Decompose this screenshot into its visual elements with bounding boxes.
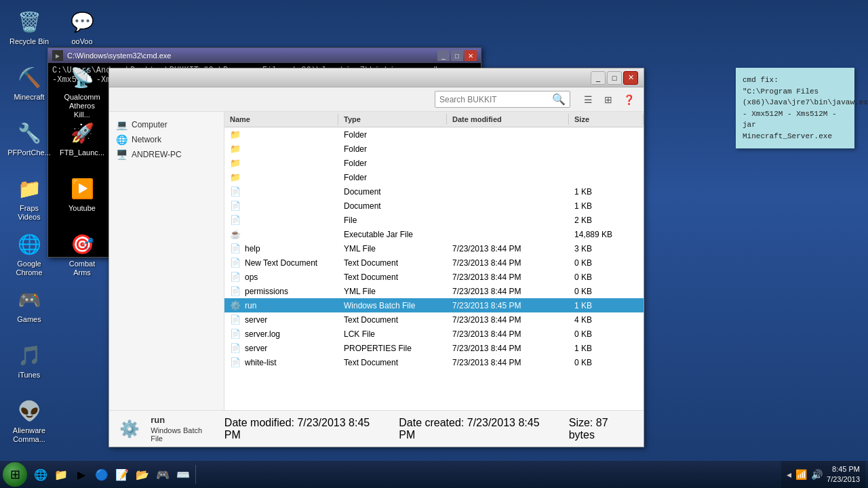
desktop-icon-youtube[interactable]: ▶️ Youtube: [58, 172, 106, 216]
file-row-permissions[interactable]: 📄permissions YML File 7/23/2013 8:44 PM …: [224, 284, 644, 298]
col-name: Name: [224, 114, 338, 125]
yml-icon: 📄: [230, 243, 241, 253]
folder-icon: 📁: [230, 158, 241, 168]
date-modified-label: Date modified:: [224, 417, 294, 428]
file-row[interactable]: 📁 Folder: [224, 156, 644, 170]
ql-word[interactable]: 📝: [113, 465, 132, 484]
file-row[interactable]: 📁 Folder: [224, 127, 644, 142]
search-box[interactable]: 🔍: [435, 91, 570, 108]
toolbar-preview-button[interactable]: ⊞: [599, 90, 618, 109]
desktop-icon-pfportche[interactable]: 🔧 PFPortChe...: [5, 117, 53, 160]
clock-date: 7/23/2013: [827, 474, 860, 485]
sticky-note-content: cmd fix: "C:\Program Files (x86)\Java\jr…: [743, 75, 848, 142]
toolbar-view-button[interactable]: ☰: [578, 90, 597, 109]
tray-arrow[interactable]: ◂: [787, 469, 791, 480]
icon-img-alienware-comms: 👽: [16, 397, 43, 424]
desktop-icon-itunes[interactable]: 🎵 iTunes: [5, 339, 53, 382]
explorer-window: _ □ ✕ 🔍 ☰ ⊞ ❓ 💻 Computer: [108, 68, 644, 447]
icon-img-oovoo: 💬: [68, 8, 96, 35]
file-list-header: Name Type Date modified Size: [224, 112, 644, 127]
desktop-icon-oovoo[interactable]: 💬 ooVoo: [58, 5, 106, 49]
desktop-icon-google-chrome[interactable]: 🌐 Google Chrome: [5, 228, 53, 280]
ql-game[interactable]: 🎮: [153, 465, 172, 484]
taskbar: ⊞ 🌐 📁 ▶ 🔵 📝 📂 🎮 ⌨️ ◂ 📶 🔊 8:45 PM 7/23/20…: [0, 461, 868, 488]
ql-cmd[interactable]: ⌨️: [174, 465, 193, 484]
icon-img-minecraft: ⛏️: [16, 64, 43, 91]
system-clock[interactable]: 8:45 PM 7/23/2013: [827, 464, 860, 485]
cmd-maximize-button[interactable]: □: [451, 50, 463, 61]
icon-img-combat-arms: 🎯: [68, 230, 96, 258]
cmd-close-button[interactable]: ✕: [465, 50, 477, 61]
clock-time: 8:45 PM: [827, 464, 860, 474]
system-tray: ◂ 📶 🔊 8:45 PM 7/23/2013: [781, 461, 865, 488]
ql-explorer[interactable]: 📁: [52, 465, 71, 484]
explorer-close-button[interactable]: ✕: [623, 71, 638, 85]
ql-wmp[interactable]: ▶: [72, 465, 91, 484]
tray-volume[interactable]: 🔊: [811, 469, 823, 480]
cmd-window-icon: ►: [52, 50, 63, 61]
icon-label-youtube: Youtube: [68, 204, 96, 213]
toolbar-icons: ☰ ⊞ ❓: [578, 90, 638, 109]
ql-folder[interactable]: 📂: [133, 465, 152, 484]
desktop-icon-recycle-bin[interactable]: 🗑️ Recycle Bin: [5, 5, 53, 49]
icon-label-combat-arms: Combat Arms: [61, 260, 103, 277]
file-row-help[interactable]: 📄help YML File 7/23/2013 8:44 PM 3 KB: [224, 241, 644, 256]
file-row[interactable]: ☕ Executable Jar File 14,889 KB: [224, 227, 644, 241]
sidebar-network-label: Network: [132, 135, 161, 144]
status-meta: Date modified: 7/23/2013 8:45 PM Date cr…: [224, 417, 635, 441]
search-input[interactable]: [439, 95, 552, 104]
desktop-icon-qualcomm[interactable]: 📡 Qualcomm Atheros Kill...: [58, 61, 106, 123]
icon-label-pfportche: PFPortChe...: [7, 148, 51, 157]
sidebar-item-computer[interactable]: 💻 Computer: [109, 117, 224, 132]
status-filename: run: [151, 415, 215, 425]
explorer-sidebar: 💻 Computer 🌐 Network 🖥️ ANDREW-PC: [109, 112, 224, 410]
cmd-minimize-button[interactable]: _: [437, 50, 450, 61]
file-row[interactable]: 📁 Folder: [224, 170, 644, 184]
file-row[interactable]: 📄 Document 1 KB: [224, 184, 644, 199]
explorer-titlebar: _ □ ✕: [109, 68, 644, 87]
sticky-note: cmd fix: "C:\Program Files (x86)\Java\jr…: [736, 68, 854, 148]
file-row-whitelist[interactable]: 📄white-list Text Document 7/23/2013 8:44…: [224, 355, 644, 369]
date-created-label: Date created:: [399, 417, 464, 428]
file-row-ops[interactable]: 📄ops Text Document 7/23/2013 8:44 PM 0 K…: [224, 270, 644, 284]
file-row[interactable]: 📄 File 2 KB: [224, 213, 644, 227]
file-row-server-txt[interactable]: 📄server Text Document 7/23/2013 8:44 PM …: [224, 312, 644, 327]
desktop-icon-minecraft[interactable]: ⛏️ Minecraft: [5, 61, 53, 104]
status-info: run Windows Batch File: [151, 415, 215, 443]
desktop-icon-alienware-comms[interactable]: 👽 Alienware Comma...: [5, 394, 53, 447]
file-row-newtextdoc[interactable]: 📄New Text Document Text Document 7/23/20…: [224, 256, 644, 270]
explorer-maximize-button[interactable]: □: [607, 71, 622, 85]
jar-icon: ☕: [230, 229, 241, 239]
icon-img-recycle-bin: 🗑️: [16, 8, 43, 35]
file-row-run[interactable]: ⚙️run Windows Batch File 7/23/2013 8:45 …: [224, 298, 644, 312]
desktop-icon-combat-arms[interactable]: 🎯 Combat Arms: [58, 228, 106, 280]
computer-icon: 💻: [116, 119, 127, 130]
status-date-modified: Date modified: 7/23/2013 8:45 PM: [224, 417, 385, 441]
sidebar-computer-label: Computer: [132, 120, 167, 129]
file-row-server-prop[interactable]: 📄server PROPERTIES File 7/23/2013 8:44 P…: [224, 341, 644, 355]
explorer-minimize-button[interactable]: _: [591, 71, 606, 85]
ql-chrome[interactable]: 🔵: [92, 465, 111, 484]
text-icon: 📄: [230, 272, 241, 282]
icon-label-games: Games: [17, 315, 41, 324]
icon-label-ftb-launch: FTB_Launc...: [60, 148, 104, 157]
desktop-icon-ftb-launch[interactable]: 🚀 FTB_Launc...: [58, 117, 106, 160]
sidebar-item-network[interactable]: 🌐 Network: [109, 132, 224, 147]
col-type: Type: [338, 114, 447, 125]
icon-label-recycle-bin: Recycle Bin: [9, 37, 49, 46]
doc-icon: 📄: [230, 186, 241, 197]
icon-img-fraps-videos: 📁: [16, 175, 43, 202]
toolbar-help-button[interactable]: ❓: [619, 90, 638, 109]
ql-ie[interactable]: 🌐: [31, 465, 50, 484]
start-button[interactable]: ⊞: [3, 462, 27, 487]
tray-network[interactable]: 📶: [795, 469, 807, 480]
sidebar-item-andrewpc[interactable]: 🖥️ ANDREW-PC: [109, 147, 224, 162]
desktop-icon-games[interactable]: 🎮 Games: [5, 283, 53, 327]
file-row[interactable]: 📁 Folder: [224, 142, 644, 156]
file-row[interactable]: 📄 Document 1 KB: [224, 199, 644, 213]
sidebar-andrewpc-label: ANDREW-PC: [132, 150, 182, 159]
cmd-titlebar: ► C:\Windows\system32\cmd.exe _ □ ✕: [48, 48, 481, 63]
folder-icon: 📁: [230, 144, 241, 154]
desktop-icon-fraps-videos[interactable]: 📁 Fraps Videos: [5, 172, 53, 224]
file-row-serverlog[interactable]: 📄server.log LCK File 7/23/2013 8:44 PM 0…: [224, 327, 644, 341]
